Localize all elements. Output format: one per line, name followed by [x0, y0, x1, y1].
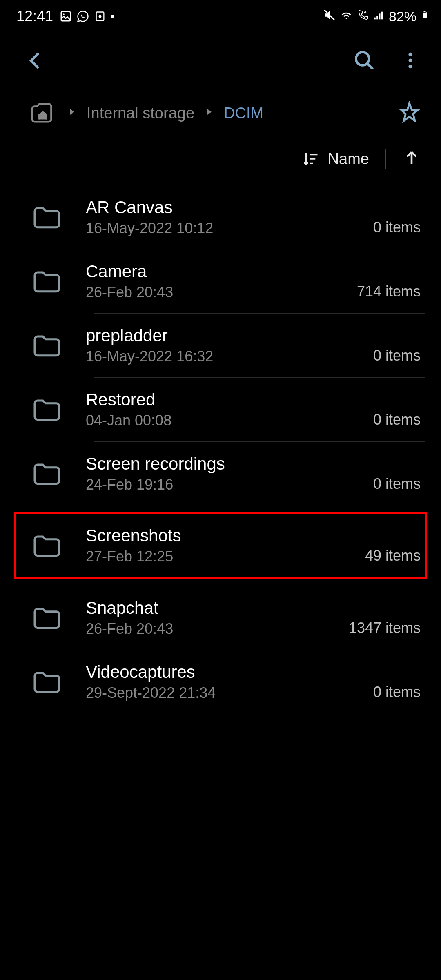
folder-name: Snapchat: [86, 598, 173, 618]
mute-icon: [323, 9, 336, 24]
wifi-icon: [340, 8, 353, 24]
svg-point-14: [408, 53, 412, 56]
svg-rect-8: [381, 11, 383, 19]
app-icon: [94, 10, 106, 22]
breadcrumb-bar: Internal storage DCIM: [0, 90, 441, 136]
folder-date: 24-Feb 19:16: [86, 476, 225, 493]
folder-name: Screen recordings: [86, 454, 225, 474]
folder-count: 49 items: [365, 547, 421, 565]
favorite-button[interactable]: [398, 101, 421, 125]
svg-rect-7: [379, 13, 381, 19]
folder-date: 26-Feb 20:43: [86, 284, 173, 301]
svg-point-12: [356, 52, 369, 65]
folder-name: prepladder: [86, 326, 213, 345]
folder-icon: [31, 457, 63, 491]
svg-rect-0: [61, 12, 71, 21]
notification-dot: [111, 15, 114, 18]
folder-item[interactable]: Screen recordings 24-Feb 19:16 0 items: [0, 442, 441, 506]
folder-icon: [31, 601, 63, 635]
sort-direction-button[interactable]: [403, 149, 421, 169]
status-right: 82%: [323, 8, 429, 24]
folder-icon: [31, 665, 63, 699]
folder-icon: [31, 264, 63, 298]
folder-date: 29-Sept-2022 21:34: [86, 684, 216, 702]
status-bar: 12:41 82%: [0, 0, 441, 33]
folder-icon: [31, 392, 63, 427]
status-time: 12:41: [16, 8, 53, 25]
status-left: 12:41: [16, 8, 114, 25]
folder-count: 1347 items: [349, 619, 421, 637]
sort-button[interactable]: Name: [302, 150, 369, 168]
breadcrumb: Internal storage DCIM: [29, 98, 263, 128]
folder-date: 27-Feb 12:25: [86, 548, 181, 565]
folder-count: 0 items: [373, 219, 421, 237]
folder-name: AR Canvas: [86, 198, 213, 217]
battery-icon: [421, 8, 429, 24]
folder-date: 16-May-2022 16:32: [86, 348, 213, 365]
folder-icon: [31, 528, 63, 563]
folder-item[interactable]: Camera 26-Feb 20:43 714 items: [0, 249, 441, 313]
breadcrumb-arrow-icon: [204, 107, 214, 119]
app-bar: [0, 33, 441, 90]
folder-icon: [31, 328, 63, 363]
svg-rect-5: [374, 17, 376, 19]
whatsapp-icon: [77, 10, 89, 22]
folder-date: 16-May-2022 10:12: [86, 220, 213, 237]
more-options-button[interactable]: [400, 50, 421, 72]
svg-line-13: [367, 63, 373, 69]
folder-name: Restored: [86, 390, 172, 410]
svg-point-16: [408, 65, 412, 68]
svg-rect-10: [424, 11, 426, 13]
folder-name: Videocaptures: [86, 662, 216, 682]
breadcrumb-arrow-icon: [67, 107, 77, 119]
folder-count: 0 items: [373, 411, 421, 429]
folder-item[interactable]: AR Canvas 16-May-2022 10:12 0 items: [0, 185, 441, 249]
sort-label-text: Name: [328, 150, 369, 168]
breadcrumb-parent[interactable]: Internal storage: [87, 105, 194, 122]
folder-count: 0 items: [373, 684, 421, 702]
folder-date: 04-Jan 00:08: [86, 412, 172, 429]
folder-name: Screenshots: [86, 526, 181, 546]
folder-item[interactable]: Restored 04-Jan 00:08 0 items: [0, 378, 441, 441]
sort-bar: Name: [0, 136, 441, 181]
folder-name: Camera: [86, 262, 173, 281]
svg-point-15: [408, 58, 412, 62]
folder-date: 26-Feb 20:43: [86, 620, 173, 637]
folder-count: 0 items: [373, 475, 421, 493]
folder-item[interactable]: Videocaptures 29-Sept-2022 21:34 0 items: [0, 650, 441, 714]
signal-icon: [373, 9, 385, 24]
folder-item[interactable]: prepladder 16-May-2022 16:32 0 items: [0, 314, 441, 377]
svg-point-1: [63, 13, 65, 15]
sort-divider: [385, 149, 386, 169]
home-icon[interactable]: [29, 98, 57, 128]
folder-item[interactable]: Snapchat 26-Feb 20:43 1347 items: [0, 586, 441, 650]
battery-percent: 82%: [389, 9, 416, 24]
search-button[interactable]: [353, 49, 376, 74]
breadcrumb-current: DCIM: [224, 105, 263, 122]
folder-icon: [31, 200, 63, 234]
folder-list: AR Canvas 16-May-2022 10:12 0 items Came…: [0, 181, 441, 718]
folder-count: 714 items: [357, 283, 421, 301]
back-button[interactable]: [24, 49, 47, 74]
svg-point-3: [99, 15, 102, 18]
image-icon: [60, 10, 72, 22]
svg-rect-11: [423, 12, 426, 13]
wifi-calling-icon: [357, 9, 369, 24]
svg-rect-6: [376, 16, 378, 19]
folder-item[interactable]: Screenshots 27-Feb 12:25 49 items: [14, 512, 427, 579]
folder-count: 0 items: [373, 347, 421, 365]
